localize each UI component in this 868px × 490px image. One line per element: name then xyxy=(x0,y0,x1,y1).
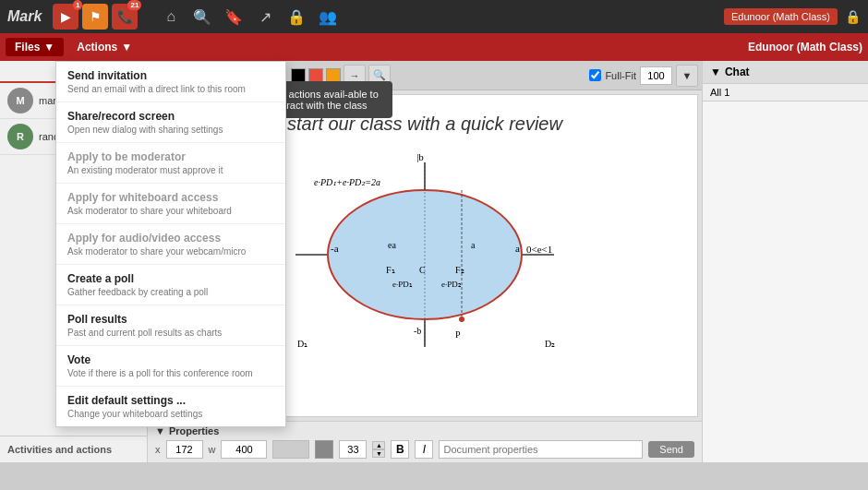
menu-item-5[interactable]: Create a pollGather feedback by creating… xyxy=(56,265,285,305)
avatar-mark: M xyxy=(7,88,33,114)
svg-text:F₂: F₂ xyxy=(455,265,464,275)
home-icon[interactable]: ⌂ xyxy=(158,4,184,30)
ellipse-diagram: |b 0<e<1 a -a F₁ F₂ C ea a e·PD₁ e xyxy=(277,153,573,356)
menu-item-desc-4: Ask moderator to share your webcam/micro xyxy=(67,246,274,257)
svg-text:D₂: D₂ xyxy=(545,339,555,349)
zoom-input[interactable] xyxy=(640,66,672,85)
class-name-label: Edunoor (Math Class) xyxy=(748,41,862,54)
chat-panel: ▼ Chat All 1 xyxy=(702,61,868,462)
full-fit-area: Full-Fit ▼ xyxy=(589,65,698,87)
activities-label: Activities and actions xyxy=(0,436,147,462)
svg-text:ea: ea xyxy=(388,240,396,250)
security-icon: 🔒 xyxy=(845,9,861,24)
search-icon[interactable]: 🔍 xyxy=(189,4,215,30)
bookmark-icon[interactable]: 🔖 xyxy=(221,4,247,30)
menu-item-8[interactable]: Edit default settings ...Change your whi… xyxy=(56,387,285,426)
top-bar-right: Edunoor (Math Class) 🔒 xyxy=(724,8,861,25)
actions-dropdown-arrow: ▼ xyxy=(121,41,132,54)
menu-item-desc-2: An existing moderator must approve it xyxy=(67,165,274,175)
menu-item-3[interactable]: Apply for whiteboard accessAsk moderator… xyxy=(56,184,285,224)
font-size-input[interactable] xyxy=(339,440,367,459)
menu-item-title-0: Send invitation xyxy=(67,69,274,82)
svg-point-20 xyxy=(459,317,464,322)
menu-item-desc-3: Ask moderator to share your whiteboard xyxy=(67,206,274,216)
video-badge: 1 xyxy=(73,0,82,10)
files-label: Files xyxy=(15,41,40,54)
svg-text:D₁: D₁ xyxy=(297,339,307,349)
menu-item-1[interactable]: Share/record screenOpen new dialog with … xyxy=(56,102,285,143)
menu-item-desc-8: Change your whiteboard settings xyxy=(67,409,274,419)
menu-item-desc-7: Vote if there is a poll for this confere… xyxy=(67,368,274,378)
avatar-rand: R xyxy=(7,124,33,149)
actions-button[interactable]: Actions ▼ xyxy=(67,38,141,56)
send-button[interactable]: Send xyxy=(648,441,694,458)
menu-item-title-2: Apply to be moderator xyxy=(67,150,274,163)
nav-icons: ⌂ 🔍 🔖 ↗ 🔒 👥 xyxy=(158,4,341,30)
svg-text:|b: |b xyxy=(416,153,424,162)
menu-item-4[interactable]: Apply for audio/video accessAsk moderato… xyxy=(56,224,285,265)
w-label: w xyxy=(209,444,216,455)
doc-properties-input[interactable] xyxy=(439,440,643,459)
menu-item-title-3: Apply for whiteboard access xyxy=(67,191,274,204)
svg-text:F₁: F₁ xyxy=(386,265,395,275)
font-size-stepper: ▲ ▼ xyxy=(372,441,385,458)
fill-swatch[interactable] xyxy=(315,440,333,459)
menu-item-title-8: Edit default settings ... xyxy=(67,394,274,407)
x-input[interactable] xyxy=(166,440,203,459)
chat-tab-all[interactable]: All 1 xyxy=(703,84,868,102)
svg-text:-a: -a xyxy=(331,243,339,254)
menu-item-title-1: Share/record screen xyxy=(67,110,274,123)
x-label: x xyxy=(155,444,161,455)
menu-item-6[interactable]: Poll resultsPast and current poll result… xyxy=(56,305,285,346)
menu-item-0[interactable]: Send invitationSend an email with a dire… xyxy=(56,62,285,102)
share-icon[interactable]: ↗ xyxy=(252,4,278,30)
font-size-up[interactable]: ▲ xyxy=(372,441,385,449)
menu-item-desc-5: Gather feedback by creating a poll xyxy=(67,287,274,297)
menu-item-title-5: Create a poll xyxy=(67,272,274,285)
menu-item-title-4: Apply for audio/video access xyxy=(67,232,274,245)
menu-item-7[interactable]: VoteVote if there is a poll for this con… xyxy=(56,346,285,387)
app-title: Mark xyxy=(7,8,42,25)
menu-item-desc-6: Past and current poll results as charts xyxy=(67,328,274,338)
files-button[interactable]: Files ▼ xyxy=(6,38,64,56)
zoom-dropdown[interactable]: ▼ xyxy=(676,65,698,87)
chat-header: ▼ Chat xyxy=(703,61,868,84)
users-icon[interactable]: 👥 xyxy=(315,4,341,30)
files-dropdown-arrow: ▼ xyxy=(43,41,54,54)
chat-collapse-icon[interactable]: ▼ xyxy=(710,66,721,78)
svg-text:0<e<1: 0<e<1 xyxy=(526,244,552,255)
svg-text:P: P xyxy=(455,329,461,340)
properties-row: x w ▲ ▼ B I Send xyxy=(155,440,694,459)
full-fit-label: Full-Fit xyxy=(605,70,636,81)
actions-label: Actions xyxy=(77,41,117,54)
menu-item-title-7: Vote xyxy=(67,353,274,366)
class-label: Edunoor (Math Class) xyxy=(724,8,838,25)
menu-item-desc-0: Send an email with a direct link to this… xyxy=(67,84,274,94)
second-bar: Files ▼ Actions ▼ Edunoor (Math Class) xyxy=(0,33,868,61)
bold-button[interactable]: B xyxy=(391,440,409,459)
menu-item-title-6: Poll results xyxy=(67,313,274,326)
full-fit-checkbox[interactable] xyxy=(589,69,601,81)
w-input[interactable] xyxy=(221,440,267,459)
italic-button[interactable]: I xyxy=(415,440,433,459)
video-call-btn[interactable]: ▶ 1 xyxy=(53,4,78,30)
svg-text:a: a xyxy=(471,240,476,250)
phone-badge: 21 xyxy=(127,0,141,10)
svg-text:e·PD₁: e·PD₁ xyxy=(392,280,413,289)
font-size-down[interactable]: ▼ xyxy=(372,449,385,458)
chat-label: Chat xyxy=(725,66,750,78)
flag-btn[interactable]: ⚑ xyxy=(82,4,108,30)
svg-text:-b: -b xyxy=(414,326,421,336)
top-bar: Mark ▶ 1 ⚑ 📞 21 ⌂ 🔍 🔖 ↗ 🔒 👥 Edunoor (Mat… xyxy=(0,0,868,33)
phone-btn[interactable]: 📞 21 xyxy=(112,4,138,30)
svg-text:a: a xyxy=(515,243,520,254)
menu-item-2[interactable]: Apply to be moderatorAn existing moderat… xyxy=(56,143,285,184)
dropdown-menu: Send invitationSend an email with a dire… xyxy=(55,61,286,427)
menu-item-desc-1: Open new dialog with sharing settings xyxy=(67,125,274,135)
lock-icon[interactable]: 🔒 xyxy=(283,4,309,30)
color-picker[interactable] xyxy=(272,440,309,459)
svg-text:e·PD₁+e·PD₂=2a: e·PD₁+e·PD₂=2a xyxy=(314,177,380,187)
svg-text:e·PD₂: e·PD₂ xyxy=(441,280,462,289)
